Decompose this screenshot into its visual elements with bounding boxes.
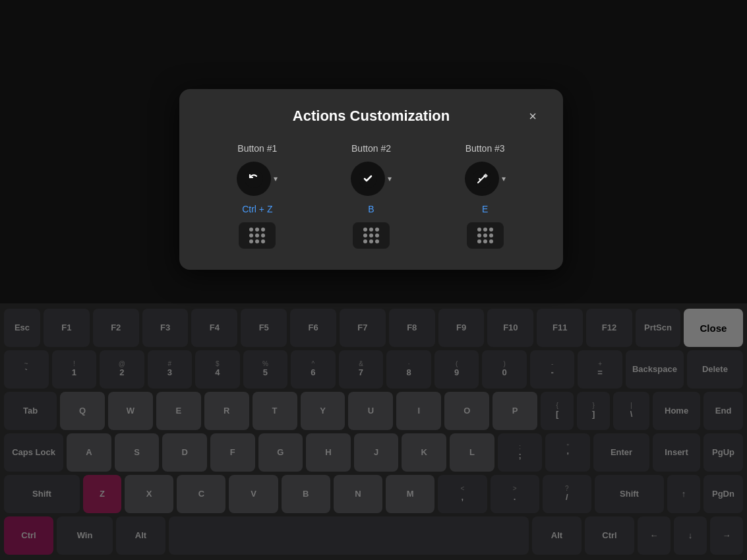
modal-header: Actions Customization × (200, 108, 542, 125)
modal-overlay (0, 0, 747, 560)
button-3-label: Button #3 (465, 143, 505, 154)
button-3-action[interactable]: ▾ (465, 162, 506, 196)
button-1-icon (237, 162, 271, 196)
button-2-dropdown[interactable]: ▾ (388, 174, 392, 183)
buttons-row: Button #1 ▾ Ctrl + Z (200, 143, 542, 249)
dots-grid-1 (249, 228, 265, 243)
button-3-shortcut[interactable]: E (482, 204, 488, 214)
button-3-keyboard[interactable] (467, 222, 504, 249)
svg-point-0 (245, 170, 263, 188)
modal-title: Actions Customization (293, 108, 450, 125)
button-2-keyboard[interactable] (353, 222, 390, 249)
button-2-col: Button #2 ▾ B (314, 143, 429, 249)
button-1-dropdown[interactable]: ▾ (274, 174, 278, 183)
button-2-icon (351, 162, 385, 196)
modal-close-button[interactable]: × (523, 106, 542, 127)
button-3-icon (465, 162, 499, 196)
button-1-action[interactable]: ▾ (237, 162, 278, 196)
dots-grid-3 (477, 228, 493, 243)
dots-grid-2 (363, 228, 379, 243)
button-1-label: Button #1 (237, 143, 277, 154)
button-2-shortcut[interactable]: B (368, 204, 374, 214)
button-2-label: Button #2 (351, 143, 391, 154)
button-1-shortcut[interactable]: Ctrl + Z (242, 204, 272, 214)
button-1-col: Button #1 ▾ Ctrl + Z (200, 143, 314, 249)
button-3-dropdown[interactable]: ▾ (502, 174, 506, 183)
button-1-keyboard[interactable] (239, 222, 276, 249)
button-3-col: Button #3 ▾ E (428, 143, 542, 249)
button-2-action[interactable]: ▾ (351, 162, 392, 196)
actions-customization-modal: Actions Customization × Button #1 ▾ Ctrl… (179, 89, 563, 270)
